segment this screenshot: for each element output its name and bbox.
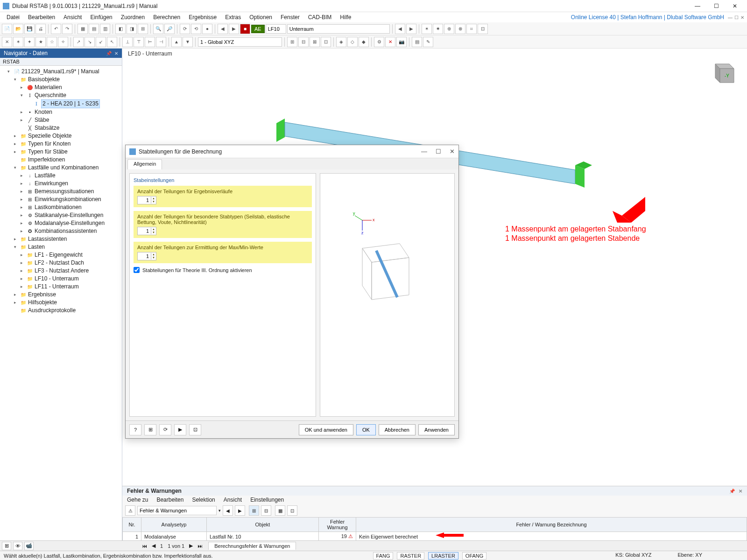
menu-bearbeiten[interactable]: Bearbeiten [24,13,59,21]
toolbar-icon[interactable]: ▤ [412,37,422,47]
bottom-tab[interactable]: Berechnungsfehler & Warnungen [208,542,296,550]
err-tool-icon[interactable]: ⊟ [261,505,271,516]
err-tool-icon[interactable]: ▦ [275,505,285,516]
toolbar-icon[interactable]: ⟳ [180,24,190,34]
err-tool-icon[interactable]: ⊡ [287,505,297,516]
tree-typen-staebe[interactable]: ▸📁Typen für Stäbe [14,148,121,156]
tree-lf10[interactable]: ▸📁LF10 - Unterraum [21,275,121,283]
toolbar-icon[interactable]: ⊕ [444,24,454,34]
err-tool-icon[interactable]: ⚠ [125,505,135,516]
close-icon[interactable]: ✕ [114,51,118,56]
pager-prev[interactable]: ◀ [150,543,157,549]
toolbar-icon[interactable]: ● [202,24,212,34]
navigator-root[interactable]: RSTAB [0,58,122,66]
loadcase-number[interactable] [266,24,286,34]
dialog-help-icon[interactable]: ? [129,424,141,435]
spin-teilungen-2[interactable]: ▲▼ [137,227,156,235]
eye-icon[interactable]: 👁 [13,542,22,550]
dialog-close[interactable]: ✕ [450,148,455,155]
maximize-button[interactable]: ☐ [707,1,726,11]
pager-last[interactable]: ⏭ [196,543,204,549]
spin-teilungen-3[interactable]: ▲▼ [137,252,156,260]
toolbar-icon[interactable]: ▶ [406,24,416,34]
tree-querschnitte[interactable]: ▾𝕀Querschnitte [21,91,121,99]
tree-kombass[interactable]: ▸✪Kombinationsassistenten [21,227,121,235]
toolbar-icon[interactable]: ✕ [385,37,395,47]
coord-sys-select[interactable] [198,37,282,47]
toolbar-icon[interactable]: ↖ [107,37,117,47]
tree-lf3[interactable]: ▸📁LF3 - Nutzlast Andere [21,267,121,275]
toolbar-icon[interactable]: ▼ [183,37,193,47]
tree-lf-komb[interactable]: ▾📁Lastfälle und Kombinationen [14,164,121,172]
close-button[interactable]: ✕ [726,1,744,11]
toolbar-icon[interactable]: ▥ [100,24,110,34]
toolbar-icon[interactable]: ↶ [51,24,61,34]
tree-imperfektionen[interactable]: 📁Imperfektionen [14,156,121,164]
toolbar-icon[interactable]: ✶ [13,37,23,47]
toolbar-icon[interactable]: ✧ [58,37,68,47]
toolbar-icon[interactable]: ⊣ [156,37,166,47]
dialog-maximize[interactable]: ☐ [436,148,441,155]
toolbar-icon[interactable]: ◈ [336,37,346,47]
pin-icon[interactable]: 📌 [106,51,112,56]
tree-knoten[interactable]: ▸•Knoten [21,108,121,116]
dialog-tool-icon[interactable]: ⟳ [159,424,171,435]
toggle-lraster[interactable]: LRASTER [428,552,458,560]
toolbar-icon[interactable]: 📷 [396,37,407,47]
camera-icon[interactable]: 📹 [24,542,34,550]
tree-lasten[interactable]: ▾📁Lasten [14,243,121,251]
toolbar-icon[interactable]: ★ [35,37,46,47]
menu-zuordnen[interactable]: Zuordnen [117,13,148,21]
toolbar-icon[interactable]: ◨ [127,24,137,34]
tree-lastfaelle[interactable]: ▸↓Lastfälle [21,172,121,180]
toolbar-icon[interactable]: ↗ [73,37,84,47]
tree-hilfsobjekte[interactable]: ▸📁Hilfsobjekte [14,299,121,307]
err-prev-icon[interactable]: ◀ [223,505,233,516]
menu-hilfe[interactable]: Hilfe [336,13,355,21]
close-icon[interactable]: ✕ [739,489,742,494]
toolbar-icon[interactable]: ◆ [359,37,369,47]
toolbar-icon[interactable]: ⊡ [321,37,331,47]
minimize-button[interactable]: — [688,1,707,11]
toolbar-icon[interactable]: 🖨 [35,24,46,34]
loadcase-tag[interactable]: AE [251,25,265,33]
tree-einwirkungen[interactable]: ▸↓Einwirkungen [21,180,121,188]
tree-spezielle[interactable]: ▸📁Spezielle Objekte [14,132,121,140]
err-menu-ansicht[interactable]: Ansicht [224,497,242,503]
toolbar-icon[interactable]: ⊢ [145,37,155,47]
tree-stabsaetze[interactable]: ╳Stabsätze [21,124,121,132]
toolbar-icon[interactable]: ◀ [218,24,228,34]
dialog-tool-icon[interactable]: ▶ [174,424,186,435]
toolbar-icon[interactable]: ☆ [47,37,57,47]
tree-selected-section[interactable]: 𝕀2 - HEA 220 | 1 - S235 [27,99,121,108]
toolbar-icon[interactable]: ⊠ [310,37,320,47]
toolbar-icon[interactable]: ◇ [347,37,358,47]
pin-icon[interactable]: 📌 [729,489,735,494]
loadcase-name[interactable] [287,24,390,34]
tree-lf1[interactable]: ▸📁LF1 - Eigengewicht [21,251,121,259]
tree-einw-komb[interactable]: ▸⊞Einwirkungskombinationen [21,196,121,203]
tree-ergebnisse[interactable]: ▸📁Ergebnisse [14,291,121,299]
toolbar-icon[interactable]: 🔍 [153,24,163,34]
toolbar-icon[interactable]: ⊡ [478,24,488,34]
menu-berechnen[interactable]: Berechnen [149,13,184,21]
toolbar-icon[interactable]: ◀ [395,24,405,34]
toolbar-icon[interactable]: 🔎 [164,24,175,34]
toolbar-icon[interactable]: ⊞ [138,24,148,34]
tree-ausdruck[interactable]: 📁Ausdruckprotokolle [14,307,121,315]
tree-file[interactable]: ▾📄211229_Manual1.rs9* | Manual [7,68,121,76]
toolbar-icon[interactable]: ⚙ [374,37,384,47]
tree-staebe[interactable]: ▸╱Stäbe [21,116,121,124]
err-menu-selektion[interactable]: Selektion [192,497,215,503]
toolbar-icon[interactable]: ⊥ [122,37,133,47]
menu-ergebnisse[interactable]: Ergebnisse [185,13,220,21]
checkbox-theorie-3[interactable]: Stabteilungen für Theorie III. Ordnung a… [134,267,312,273]
tree-lf11[interactable]: ▸📁LF11 - Unterraum [21,283,121,291]
err-row[interactable]: 1 Modalanalyse Lastfall Nr. 10 19 ⚠ Kein… [123,532,747,541]
toggle-ofang[interactable]: OFANG [462,552,487,560]
toolbar-icon[interactable]: 📂 [13,24,23,34]
tree-bemessung[interactable]: ▸⊞Bemessungssituationen [21,188,121,196]
toolbar-icon[interactable]: ⊞ [287,37,297,47]
toolbar-icon[interactable]: ⊤ [134,37,144,47]
toolbar-icon[interactable]: ⊟ [298,37,309,47]
